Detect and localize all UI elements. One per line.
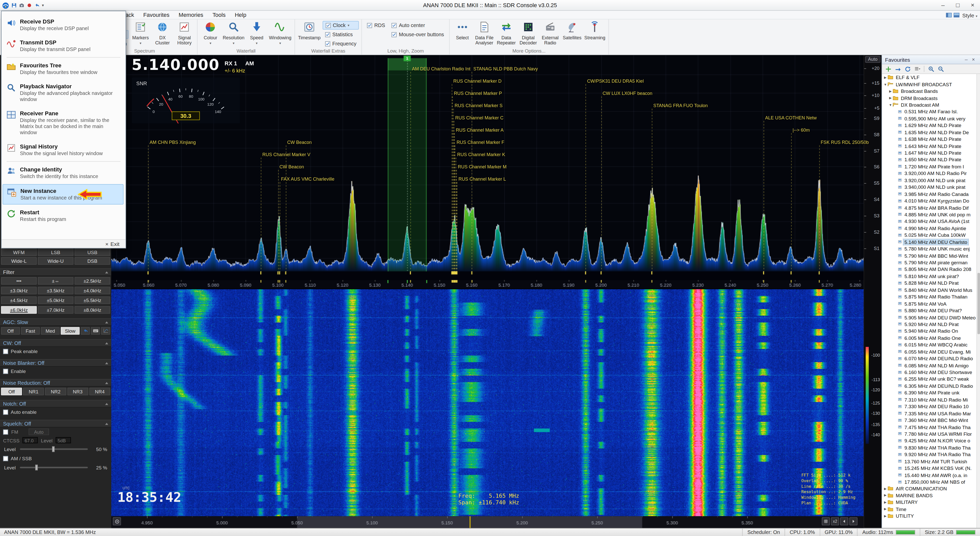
- speed-button[interactable]: Speed▾: [247, 21, 267, 47]
- tree-item[interactable]: 5.940 MHz AM Radio On: [882, 328, 977, 335]
- filter-3.5kHz-button[interactable]: ±3.5kHz: [38, 287, 73, 294]
- menu-item-change-identity[interactable]: Change IdentitySwitch the identity for t…: [3, 163, 124, 183]
- colour-button[interactable]: Colour▾: [200, 21, 221, 47]
- menu-item-receive-dsp[interactable]: Receive DSPDisplay the receive DSP panel: [3, 15, 124, 35]
- nr-off-button[interactable]: Off: [1, 388, 22, 395]
- menu-item-restart[interactable]: RestartRestart this program: [3, 206, 124, 225]
- expander-icon[interactable]: ▶: [888, 96, 893, 100]
- nr-nr2-button[interactable]: NR2: [45, 388, 66, 395]
- squelch-auto-button[interactable]: Auto: [28, 428, 49, 435]
- section-header-noise-blanker-off[interactable]: Noise Blanker: Off: [0, 359, 111, 367]
- dx-cluster-button[interactable]: DXCluster: [153, 21, 173, 47]
- tree-item[interactable]: 5.790 MHz AM pirate german: [882, 259, 977, 266]
- expander-icon[interactable]: ▶: [883, 507, 888, 511]
- resolution-button[interactable]: Resolution▾: [222, 21, 245, 47]
- filter-5.0kHz-button[interactable]: ±5.0kHz: [38, 297, 73, 304]
- nav-right-button[interactable]: [849, 517, 858, 525]
- tree-item[interactable]: 5.880 MHz AM DEU Pirat?: [882, 307, 977, 314]
- filter-8.0kHz-button[interactable]: ±8.0kHz: [75, 306, 110, 314]
- section-header-cw-off[interactable]: CW: Off: [0, 339, 111, 347]
- section-header-agc-slow[interactable]: AGC: Slow: [0, 319, 111, 326]
- signal-history-button[interactable]: SignalHistory: [174, 21, 195, 47]
- menu-favourites[interactable]: Favourites: [138, 11, 174, 17]
- menu-tools[interactable]: Tools: [208, 11, 230, 17]
- tree-item[interactable]: 0.531 MHz AM Farao Isl.: [882, 108, 977, 115]
- tree-folder[interactable]: ▶MILITARY: [882, 499, 977, 506]
- timestamp-button[interactable]: Timestamp: [298, 21, 321, 41]
- favourites-menu-list-button[interactable]: [913, 65, 921, 73]
- clock-checkbox[interactable]: Clock▾: [323, 21, 359, 30]
- checkbox[interactable]: [392, 32, 397, 37]
- style-menu[interactable]: Style ▾: [962, 12, 977, 18]
- expander-icon[interactable]: ▶: [883, 75, 888, 79]
- tree-item[interactable]: 3.920,000 AM NLD Radio Pir: [882, 170, 977, 177]
- tree-item[interactable]: 6.390 MHz AM Pirate unk: [882, 389, 977, 396]
- mode-usb-button[interactable]: USB: [75, 249, 110, 256]
- mouse-over-buttons-checkbox[interactable]: Mouse-over buttons: [389, 30, 447, 39]
- tree-item[interactable]: 0.595,900 MHz AM unk very: [882, 115, 977, 122]
- favourites-plus-button[interactable]: [884, 65, 892, 73]
- menu-item-exit[interactable]: ×Exit: [2, 239, 126, 248]
- filter-5.5kHz-button[interactable]: ±5.5kHz: [75, 297, 110, 304]
- menu-item-receiver-pane[interactable]: Receiver PaneDisplay the receiver pane, …: [3, 107, 124, 139]
- notch-auto-checkbox[interactable]: [3, 409, 8, 415]
- expander-icon[interactable]: ▶: [883, 487, 888, 491]
- tree-item[interactable]: 5.875 MHz AM VoA: [882, 300, 977, 307]
- section-header-filter[interactable]: Filter: [0, 268, 111, 276]
- external-radio-button[interactable]: ExternalRadio: [540, 21, 560, 47]
- menu-item-signal-history[interactable]: Signal HistoryShow the signal level hist…: [3, 140, 124, 160]
- close-button[interactable]: ×: [965, 0, 980, 10]
- band-navigator[interactable]: [111, 516, 864, 528]
- tree-item[interactable]: 7.330 MHz AM DEU Radio 10: [882, 403, 977, 410]
- camera-quick-button[interactable]: [19, 3, 24, 8]
- checkbox[interactable]: [325, 41, 330, 46]
- nr-nr4-button[interactable]: NR4: [89, 388, 110, 395]
- tree-folder[interactable]: ▶DRM Broadcasts: [882, 95, 977, 101]
- favourites-nav-arrow-button[interactable]: [894, 65, 902, 73]
- tree-item[interactable]: 9.425 MHz AM N.KOR Voice o: [882, 437, 977, 444]
- tree-item[interactable]: 6.055 MHz AM DEU Evang. Mi: [882, 348, 977, 355]
- maximize-button[interactable]: □: [950, 0, 965, 10]
- tree-item[interactable]: 1.647 MHz AM NLD Pirate: [882, 149, 977, 156]
- tree-item[interactable]: 15.245 MHz AM KCBS VoK (N.: [882, 465, 977, 471]
- tree-item[interactable]: 6.255 MHz AM unk BC? weak: [882, 376, 977, 382]
- section-header-notch-off[interactable]: Notch: Off: [0, 400, 111, 408]
- nr-nr3-button[interactable]: NR3: [67, 388, 88, 395]
- peak-enable-checkbox[interactable]: [3, 349, 8, 354]
- tree-folder[interactable]: ▼DX Broadcast AM: [882, 101, 977, 108]
- agc-graph-button[interactable]: [101, 327, 110, 335]
- filter-3.0kHz-button[interactable]: ±3.0kHz: [1, 287, 37, 294]
- tree-item[interactable]: 13.760 MHz AM TUR Turkish: [882, 458, 977, 465]
- tree-item[interactable]: 5.025 MHz AM Cuba 100kW: [882, 232, 977, 238]
- streaming-button[interactable]: Streaming: [584, 21, 606, 41]
- tree-item[interactable]: 7.475 MHz AM THA Radio Tha: [882, 423, 977, 430]
- frequency-checkbox[interactable]: Frequency: [323, 39, 359, 48]
- tree-item[interactable]: 4.885 MHz AM UNK old pop m: [882, 211, 977, 218]
- tree-folder[interactable]: ▶Time: [882, 506, 977, 513]
- agc-fast-button[interactable]: Fast: [21, 327, 40, 335]
- squelch-fm-checkbox[interactable]: [3, 429, 8, 435]
- auto-range-button[interactable]: Auto: [865, 56, 880, 63]
- tree-folder[interactable]: ▶UTILITY: [882, 512, 977, 519]
- tree-item[interactable]: 5.810 MHz AM unk pirat?: [882, 273, 977, 280]
- filter-4.0kHz-button[interactable]: ±4.0kHz: [75, 287, 110, 294]
- tree-item[interactable]: 5.790 MHz AM BBC Mid-Wint: [882, 252, 977, 259]
- markers-button[interactable]: Markers▾: [130, 21, 151, 47]
- tree-item[interactable]: 5.875 MHz AM Radio Thailan: [882, 293, 977, 300]
- select-button[interactable]: Select: [452, 21, 473, 41]
- mode-wide-u-button[interactable]: Wide-U: [38, 257, 73, 265]
- undo-quick-button[interactable]: [34, 3, 40, 8]
- am-ssb-checkbox[interactable]: [3, 456, 8, 461]
- tree-folder[interactable]: ▼LW/MW/HF BROADCAST: [882, 81, 977, 88]
- windowing-button[interactable]: Windowing▾: [268, 21, 292, 47]
- favourites-zoom-out-button[interactable]: [937, 65, 945, 73]
- tree-item[interactable]: 5.840 MHz AM DAN World Mus: [882, 287, 977, 293]
- tree-item[interactable]: 3.920,000 AM NLD unk pirat: [882, 177, 977, 184]
- tree-item[interactable]: 6.085 MHz AM NLD Mi Amigo: [882, 362, 977, 369]
- layout2-view-button[interactable]: [953, 12, 959, 18]
- mode-lsb-button[interactable]: LSB: [38, 249, 73, 256]
- mode-wfm-button[interactable]: WFM: [1, 249, 37, 256]
- level-slider-1[interactable]: [20, 449, 88, 450]
- menu-item-playback-navigator[interactable]: Playback NavigatorDisplay the advanced p…: [3, 80, 124, 106]
- expander-icon[interactable]: ▼: [883, 82, 888, 86]
